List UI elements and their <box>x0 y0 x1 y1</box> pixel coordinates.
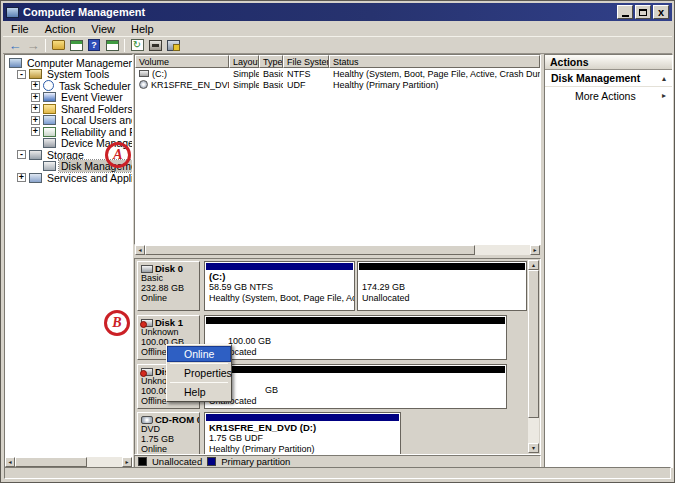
scroll-right-icon[interactable]: ▸ <box>122 457 132 467</box>
actions-panel-title: Actions <box>545 55 672 70</box>
column-header-volume[interactable]: Volume <box>135 55 229 68</box>
refresh-icon[interactable]: ↻ <box>128 37 146 53</box>
graph-vertical-scrollbar[interactable]: ▴ ▾ <box>528 260 539 453</box>
disk-context-menu: Online Properties Help <box>166 344 232 402</box>
scrollbar-track[interactable] <box>87 457 122 467</box>
back-icon[interactable]: ← <box>6 37 24 53</box>
context-menu-item-help[interactable]: Help <box>168 385 230 399</box>
chevron-right-icon[interactable]: ▸ <box>662 91 666 100</box>
context-menu-item-online[interactable]: Online <box>168 347 230 361</box>
scrollbar-thumb[interactable] <box>528 270 539 418</box>
expand-expander[interactable]: + <box>31 81 40 90</box>
disk2-unallocated-region[interactable]: GB Unallocated <box>204 364 507 409</box>
tree-item-computer-management[interactable]: Computer Management (Local) <box>5 57 132 69</box>
column-header-type[interactable]: Type <box>259 55 283 68</box>
tree-item-local-users-groups[interactable]: + Local Users and Groups <box>5 115 132 127</box>
offline-disk-icon <box>141 368 153 376</box>
menu-action[interactable]: Action <box>37 22 84 36</box>
export-list-icon[interactable] <box>67 37 85 53</box>
partition-status: Healthy (Primary Partition) <box>205 444 400 454</box>
tree-item-shared-folders[interactable]: + Shared Folders <box>5 103 132 115</box>
expand-expander[interactable]: + <box>31 127 40 136</box>
system-tools-icon <box>29 69 42 79</box>
cdrom0-partition-d[interactable]: KR1SFRE_EN_DVD (D:) 1.75 GB UDF Healthy … <box>204 412 401 455</box>
menu-file[interactable]: File <box>3 22 37 36</box>
scroll-right-icon[interactable]: ▸ <box>530 245 540 255</box>
status-cell: Healthy (Primary Partition) <box>329 80 443 90</box>
cd-volume-icon <box>139 80 148 89</box>
more-actions-item[interactable]: More Actions ▸ <box>545 87 672 104</box>
expand-expander[interactable]: + <box>31 104 40 113</box>
partition-detail: 58.59 GB NTFS <box>205 282 354 292</box>
cdrom0-label[interactable]: CD-ROM 0 DVD 1.75 GB Online <box>137 412 200 455</box>
volume-list-horizontal-scrollbar[interactable]: ◂ ▸ <box>135 245 540 255</box>
column-header-file-system[interactable]: File System <box>283 55 329 68</box>
volume-row-d[interactable]: KR1SFRE_EN_DVD (D:) Simple Basic UDF Hea… <box>135 79 540 90</box>
scroll-up-icon[interactable]: ▴ <box>528 260 539 270</box>
tree-item-reliability-performance[interactable]: + Reliability and Performanc <box>5 126 132 138</box>
partition-status: Unallocated <box>358 293 526 303</box>
scroll-left-icon[interactable]: ◂ <box>5 457 15 467</box>
menu-view[interactable]: View <box>83 22 123 36</box>
primary-partition-swatch <box>207 457 216 466</box>
performance-icon <box>43 127 56 137</box>
context-menu-item-properties[interactable]: Properties <box>168 366 230 380</box>
expand-expander[interactable]: + <box>17 173 26 182</box>
collapse-expander[interactable]: - <box>17 150 26 159</box>
volume-row-c[interactable]: (C:) Simple Basic NTFS Healthy (System, … <box>135 68 540 79</box>
menu-help[interactable]: Help <box>123 22 162 36</box>
scrollbar-thumb[interactable] <box>145 245 475 255</box>
scroll-down-icon[interactable]: ▾ <box>528 443 539 453</box>
toolbar-separator <box>124 39 125 52</box>
folder-glyph <box>52 40 65 50</box>
partition-label: KR1SFRE_EN_DVD (D:) <box>205 423 400 433</box>
column-header-status[interactable]: Status <box>329 55 540 68</box>
tree-item-task-scheduler[interactable]: + Task Scheduler <box>5 80 132 92</box>
scrollbar-track[interactable] <box>528 418 539 443</box>
disk0-unallocated-region[interactable]: 174.29 GB Unallocated <box>357 261 527 311</box>
tree-horizontal-scrollbar[interactable]: ◂ ▸ <box>5 457 132 467</box>
tree-item-system-tools[interactable]: - System Tools <box>5 69 132 81</box>
partition-status: Unallocated <box>205 347 506 357</box>
chevron-up-icon[interactable]: ▴ <box>662 74 666 83</box>
disk-status: Online <box>141 294 199 304</box>
tree-item-label: Event Viewer <box>59 91 125 103</box>
status-cell: Healthy (System, Boot, Page File, Active… <box>329 69 541 79</box>
storage-icon <box>29 150 42 160</box>
properties-glyph <box>149 40 162 51</box>
show-console-tree-icon[interactable] <box>49 37 67 53</box>
file-system-cell: UDF <box>283 80 329 90</box>
close-button[interactable]: x <box>653 5 669 19</box>
cd-rom-icon <box>141 416 153 424</box>
column-header-layout[interactable]: Layout <box>229 55 259 68</box>
scrollbar-thumb[interactable] <box>15 457 87 467</box>
expand-expander[interactable]: + <box>31 93 40 102</box>
scrollbar-track[interactable] <box>475 245 530 255</box>
volume-cell: KR1SFRE_EN_DVD (D:) <box>135 80 229 90</box>
properties-icon[interactable] <box>146 37 164 53</box>
show-action-pane-icon[interactable] <box>103 37 121 53</box>
computer-icon <box>9 58 22 68</box>
minimize-button[interactable] <box>617 5 633 19</box>
forward-arrow-glyph: → <box>27 39 40 52</box>
tree-item-services-applications[interactable]: + Services and Applications <box>5 172 132 184</box>
disk1-unallocated-region[interactable]: 100.00 GB Unallocated <box>204 315 507 360</box>
volume-list: Volume Layout Type File System Status (C… <box>134 54 541 245</box>
maximize-button[interactable] <box>635 5 651 19</box>
disk0-label[interactable]: Disk 0 Basic 232.88 GB Online <box>137 261 200 311</box>
disk-icon <box>43 161 56 171</box>
partition-detail: 174.29 GB <box>358 282 526 292</box>
disk-drive-icon <box>141 265 153 273</box>
disk0-partition-c[interactable]: (C:) 58.59 GB NTFS Healthy (System, Boot… <box>204 261 355 311</box>
manage-computer-icon[interactable] <box>164 37 182 53</box>
actions-section-disk-management[interactable]: Disk Management ▴ <box>545 70 672 87</box>
forward-icon[interactable]: → <box>24 37 42 53</box>
expand-expander[interactable]: + <box>31 116 40 125</box>
scroll-left-icon[interactable]: ◂ <box>135 245 145 255</box>
help-icon[interactable]: ? <box>85 37 103 53</box>
disk-status: Online <box>141 445 199 455</box>
collapse-expander[interactable]: - <box>17 70 26 79</box>
tree-item-label: Reliability and Performanc <box>59 126 132 138</box>
tree-item-event-viewer[interactable]: + Event Viewer <box>5 92 132 104</box>
console-tree-panel: Computer Management (Local) - System Too… <box>4 54 133 468</box>
